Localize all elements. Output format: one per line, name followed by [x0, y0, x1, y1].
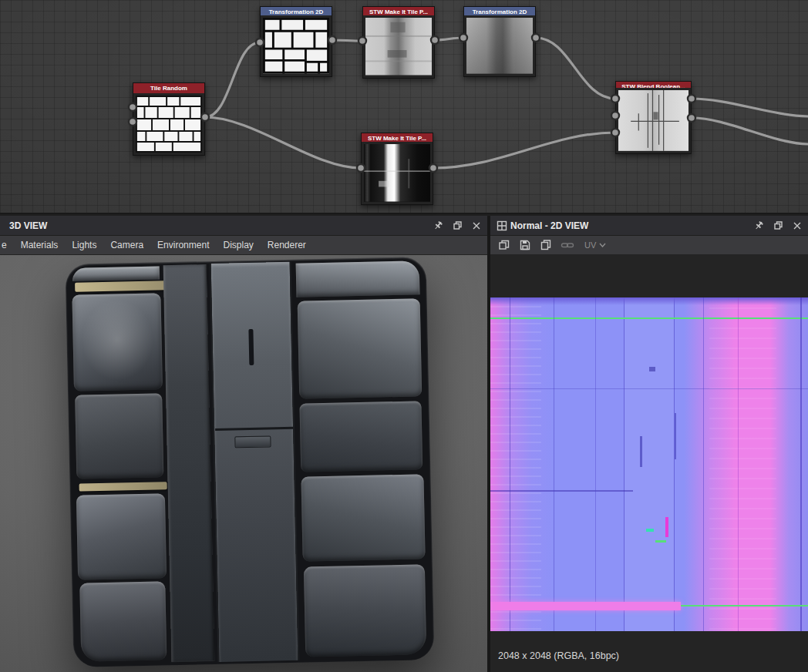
panel-2d-view: Normal - 2D VIEW	[490, 216, 808, 672]
normal-map-image	[490, 297, 808, 631]
node-pin[interactable]	[688, 114, 695, 122]
chevron-down-icon	[599, 243, 606, 247]
node-thumbnail	[364, 144, 430, 202]
normal-map-detail	[490, 318, 808, 319]
node-title: STW Make It Tile P...	[363, 7, 434, 15]
node-transformation-2d-b[interactable]: Transformation 2D	[463, 6, 536, 77]
menu-environment[interactable]: Environment	[150, 240, 216, 250]
wire[interactable]	[205, 117, 361, 168]
material-tile	[300, 402, 423, 472]
menu-scene-partial[interactable]: e	[0, 240, 14, 250]
substance-designer-window: Tile Random	[0, 0, 808, 672]
node-pin[interactable]	[688, 95, 695, 102]
node-pin[interactable]	[611, 112, 619, 119]
normal-map-detail	[490, 297, 808, 305]
node-tile-random[interactable]: Tile Random	[133, 82, 205, 156]
panel-2d-header[interactable]: Normal - 2D VIEW	[490, 216, 808, 236]
viewport-3d[interactable]	[0, 255, 487, 672]
normal-map-detail	[649, 367, 655, 371]
node-pin[interactable]	[129, 103, 136, 111]
material-tan-strip	[79, 482, 167, 492]
panel-3d-title: 3D VIEW	[9, 220, 47, 231]
menu-materials[interactable]: Materials	[14, 240, 66, 250]
material-tile	[297, 299, 422, 399]
normal-map-detail	[490, 297, 541, 631]
wire[interactable]	[433, 133, 615, 168]
node-pin[interactable]	[431, 36, 439, 44]
pin-icon[interactable]	[754, 220, 764, 230]
normal-map-detail	[681, 605, 808, 606]
view2d-toolbar: UV	[490, 236, 808, 255]
material-tile	[80, 582, 167, 662]
node-thumbnail	[136, 96, 202, 153]
material-tan-strip	[75, 281, 167, 292]
restore-icon[interactable]	[773, 220, 783, 230]
menu-camera[interactable]: Camera	[103, 240, 150, 250]
pin-icon[interactable]	[433, 220, 443, 230]
material-preview	[66, 257, 435, 667]
node-graph-canvas[interactable]: Tile Random	[0, 0, 808, 214]
node-transformation-2d-a[interactable]: Transformation 2D	[260, 6, 332, 77]
normal-map-detail	[490, 388, 808, 389]
material-tile	[295, 261, 419, 297]
node-pin[interactable]	[357, 164, 365, 172]
normal-map-detail	[554, 297, 554, 631]
uv-dropdown-label: UV	[584, 240, 596, 250]
wire[interactable]	[692, 118, 808, 144]
wire[interactable]	[205, 42, 260, 117]
node-pin[interactable]	[460, 34, 467, 42]
menu-lights[interactable]: Lights	[65, 240, 103, 250]
close-icon[interactable]	[472, 221, 481, 230]
uv-dropdown[interactable]: UV	[584, 240, 606, 250]
node-thumbnail	[466, 18, 533, 74]
node-blend-boolean[interactable]: STW Blend Boolean...	[615, 81, 692, 154]
material-tile	[301, 475, 425, 562]
panel-3d-header[interactable]: 3D VIEW	[0, 216, 487, 236]
save-icon[interactable]	[519, 239, 531, 251]
normal-map-detail	[624, 297, 675, 631]
material-tile	[76, 394, 164, 479]
node-pin[interactable]	[611, 95, 619, 102]
node-pin[interactable]	[328, 36, 336, 44]
material-tile	[76, 493, 166, 580]
node-pin[interactable]	[611, 129, 619, 136]
restore-icon[interactable]	[453, 220, 463, 230]
normal-map-detail	[675, 413, 676, 459]
material-tile	[72, 267, 160, 281]
node-title: STW Blend Boolean...	[616, 82, 691, 88]
node-title: STW Make It Tile P...	[362, 133, 433, 142]
wire[interactable]	[536, 38, 615, 99]
node-pin[interactable]	[256, 39, 264, 46]
normal-map-detail	[510, 297, 510, 631]
node-make-it-tile-top[interactable]: STW Make It Tile P...	[362, 6, 435, 79]
close-icon[interactable]	[793, 221, 802, 230]
node-pin[interactable]	[429, 164, 437, 172]
normal-map-detail	[490, 602, 681, 610]
duplicate-view-icon[interactable]	[498, 239, 510, 251]
viewport-2d[interactable]: 2048 x 2048 (RGBA, 16bpc)	[490, 255, 808, 672]
link-icon[interactable]	[561, 240, 574, 250]
panel-3d-view: 3D VIEW e Materials Lights Came	[0, 216, 487, 672]
node-make-it-tile-bottom[interactable]: STW Make It Tile P...	[361, 133, 433, 205]
wire[interactable]	[692, 99, 808, 116]
normal-map-detail	[738, 297, 739, 631]
node-title: Transformation 2D	[464, 7, 535, 15]
node-pin[interactable]	[129, 118, 136, 126]
material-column	[163, 264, 215, 662]
node-thumbnail	[365, 18, 432, 76]
normal-map-detail	[490, 490, 633, 492]
node-pin[interactable]	[201, 113, 209, 121]
normal-map-detail	[703, 297, 704, 631]
copy-icon[interactable]	[540, 239, 552, 251]
node-pin[interactable]	[532, 34, 540, 42]
normal-map-detail	[665, 517, 668, 537]
material-tile	[304, 564, 426, 657]
menu-display[interactable]: Display	[216, 240, 260, 250]
material-detail	[235, 435, 271, 449]
normal-map-detail	[709, 297, 776, 631]
menu-renderer[interactable]: Renderer	[261, 240, 313, 250]
node-pin[interactable]	[359, 37, 366, 45]
normal-map-detail	[646, 529, 654, 532]
material-column	[210, 262, 300, 662]
panel-2d-title: Normal - 2D VIEW	[510, 220, 588, 231]
